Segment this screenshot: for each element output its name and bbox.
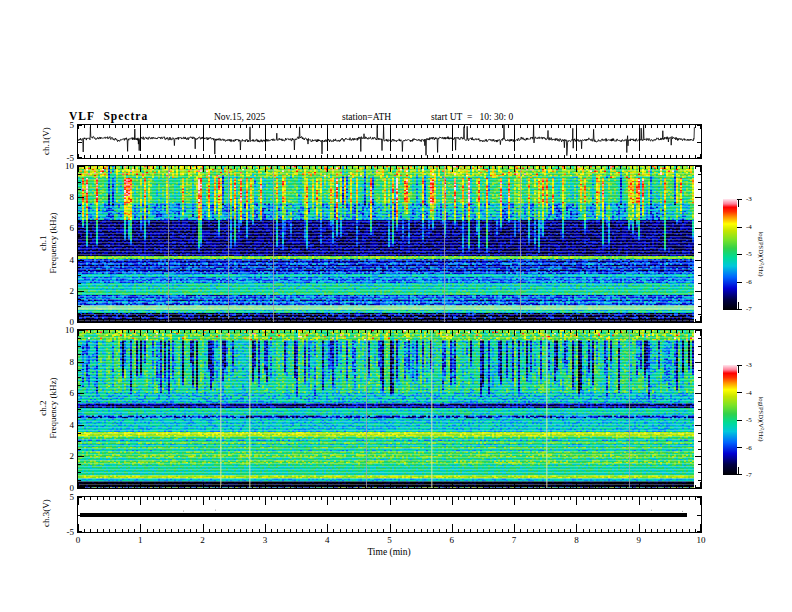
colorbar-ch1-label: log(PSD)(V²/Hz)	[758, 232, 765, 277]
time-axis-tick-label: 3	[263, 535, 268, 545]
ch2-frequency-ytick-label: 6	[70, 388, 75, 398]
ch2-frequency-ytick-label: 8	[70, 357, 75, 367]
colorbar-ch1	[723, 199, 743, 314]
ch1-frequency-ytick-label: 4	[70, 255, 75, 265]
ch1-frequency-ytick-label: 10	[65, 161, 74, 171]
colorbar-ch1-tick-label: -3	[746, 195, 752, 203]
ch3-voltage-line-canvas	[78, 497, 701, 532]
frequency-label-line: Frequency (kHz)	[48, 212, 58, 273]
time-axis-tick-label: 0	[76, 535, 81, 545]
station-label: station=ATH	[342, 112, 391, 122]
colorbar-ch2-tick-label: -5	[746, 416, 752, 424]
ch2-frequency-ytick-label: 10	[65, 325, 74, 335]
ch2-spectrogram-canvas	[78, 330, 701, 488]
date-label: Nov.15, 2025	[214, 112, 265, 122]
time-axis-tick-label: 9	[636, 535, 641, 545]
colorbar-ch1-tick-label: -4	[746, 223, 752, 231]
ch1-spectrogram-canvas	[78, 166, 701, 322]
page-title: VLF Spectra	[69, 110, 148, 122]
frequency-label-line: Frequency (kHz)	[48, 377, 58, 438]
time-axis-tick-label: 6	[450, 535, 455, 545]
ch3-voltage-ytick-label: -5	[67, 527, 75, 537]
ch3-voltage-axis-label: ch.3(V)	[41, 499, 51, 527]
time-axis-tick-label: 10	[697, 535, 706, 545]
ch1-voltage-waveform-canvas	[78, 125, 701, 158]
ch1-voltage-ytick-label: 5	[70, 120, 75, 130]
colorbar-ch1-tick-label: -7	[746, 305, 752, 313]
colorbar-ch2-tick-label: -7	[746, 471, 752, 479]
ch1-spectrogram-panel	[77, 165, 702, 323]
time-axis-tick-label: 5	[387, 535, 392, 545]
ch2-frequency-ytick-label: 2	[70, 451, 75, 461]
colorbar-ch2-label: log(PSD)(V²/Hz)	[758, 397, 765, 442]
time-axis-tick-label: 4	[325, 535, 330, 545]
colorbar-ch2-tick-label: -3	[746, 361, 752, 369]
time-axis-tick-label: 2	[200, 535, 205, 545]
colorbar-ch2-tick-label: -4	[746, 389, 752, 397]
ch2-frequency-ytick-label: 0	[70, 483, 75, 493]
colorbar-ch2-gradient	[723, 365, 743, 475]
ch2-spectrogram-panel	[77, 329, 702, 489]
ch2-label-line: ch.2	[38, 377, 48, 438]
ch1-frequency-ytick-label: 2	[70, 286, 75, 296]
ch3-voltage-panel	[77, 496, 702, 533]
colorbar-ch1-tick-label: -6	[746, 278, 752, 286]
time-axis-tick-label: 7	[512, 535, 517, 545]
ch1-label-line: ch.1	[38, 212, 48, 273]
ch2-frequency-axis-label: ch.2 Frequency (kHz)	[38, 377, 58, 438]
start-ut-label: start UT = 10: 30: 0	[431, 112, 513, 122]
vlf-spectra-figure: VLF Spectra Nov.15, 2025 station=ATH sta…	[0, 0, 792, 612]
colorbar-ch2-tick-label: -6	[746, 444, 752, 452]
colorbar-ch2	[723, 365, 743, 479]
ch3-voltage-ytick-label: 5	[70, 492, 75, 502]
ch1-frequency-ytick-label: 8	[70, 192, 75, 202]
ch1-frequency-axis-label: ch.1 Frequency (kHz)	[38, 212, 58, 273]
colorbar-ch1-tick-label: -5	[746, 250, 752, 258]
ch1-frequency-ytick-label: 6	[70, 223, 75, 233]
time-axis-tick-label: 8	[574, 535, 579, 545]
colorbar-ch1-gradient	[723, 199, 743, 310]
time-axis-label: Time (min)	[367, 547, 410, 557]
ch2-frequency-ytick-label: 4	[70, 420, 75, 430]
ch1-voltage-axis-label: ch.1(V)	[41, 127, 51, 155]
ch1-voltage-panel	[77, 124, 702, 159]
time-axis-tick-label: 1	[138, 535, 143, 545]
